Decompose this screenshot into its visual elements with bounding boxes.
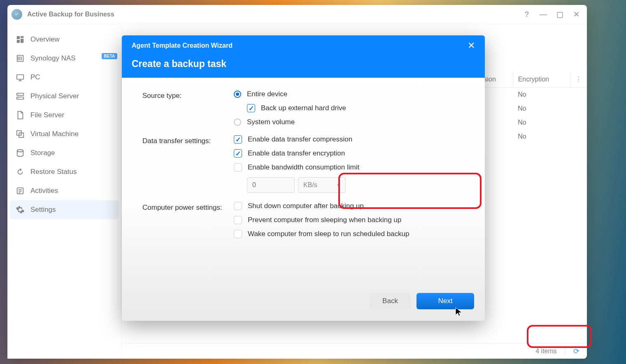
label-source-type: Source type: <box>142 90 234 100</box>
svg-rect-0 <box>17 75 24 79</box>
bandwidth-unit-select: KB/s ▾ <box>298 177 346 193</box>
sidebar-item-label: Settings <box>30 206 56 214</box>
file-server-icon <box>16 111 25 120</box>
checkbox-label: Back up external hard drive <box>261 104 346 112</box>
app-icon <box>12 9 22 20</box>
modal-footer: Back Next <box>122 293 485 321</box>
checkbox-icon[interactable]: ✓ <box>247 104 255 112</box>
back-button[interactable]: Back <box>370 293 411 309</box>
svg-point-7 <box>17 150 23 152</box>
checkbox-prevent-sleep[interactable]: ✓ Prevent computer from sleeping when ba… <box>234 216 468 224</box>
checkbox-label: Prevent computer from sleeping when back… <box>248 216 401 224</box>
sidebar-item-activities[interactable]: Activities <box>10 181 119 200</box>
radio-label: Entire device <box>247 90 287 98</box>
app-window: Active Backup for Business ? — ▢ ✕ Overv… <box>7 5 587 359</box>
title-bar: Active Backup for Business ? — ▢ ✕ <box>7 5 587 24</box>
sidebar-item-label: Virtual Machine <box>30 130 79 138</box>
sidebar-item-label: Storage <box>30 149 55 157</box>
checkbox-shutdown-after[interactable]: ✓ Shut down computer after backing up <box>234 202 468 210</box>
pc-icon <box>16 73 25 82</box>
checkbox-icon[interactable]: ✓ <box>234 163 242 172</box>
checkbox-icon[interactable]: ✓ <box>234 149 242 158</box>
bandwidth-value-input <box>247 177 295 193</box>
sidebar-item-label: Activities <box>30 187 58 195</box>
radio-icon[interactable] <box>234 118 241 126</box>
checkbox-icon[interactable]: ✓ <box>234 230 242 238</box>
select-value: KB/s <box>303 181 317 189</box>
svg-point-3 <box>18 94 19 95</box>
checkbox-compression[interactable]: ✓ Enable data transfer compression <box>234 135 468 144</box>
modal-heading: Create a backup task <box>132 58 475 70</box>
checkbox-wake-from-sleep[interactable]: ✓ Wake computer from sleep to run schedu… <box>234 230 468 238</box>
sidebar-item-settings[interactable]: Settings <box>10 200 119 219</box>
sidebar-item-label: PC <box>30 73 40 81</box>
wizard-modal: Agent Template Creation Wizard ✕ Create … <box>122 35 485 321</box>
checkbox-label: Wake computer from sleep to run schedule… <box>248 230 409 238</box>
modal-body: Source type: Entire device ✓ Back up ext… <box>122 78 485 293</box>
modal-close-icon[interactable]: ✕ <box>468 41 475 50</box>
nas-icon <box>16 54 25 63</box>
gear-icon <box>16 205 25 214</box>
activities-icon <box>16 186 25 195</box>
checkbox-icon[interactable]: ✓ <box>234 135 242 144</box>
svg-rect-1 <box>17 93 24 96</box>
restore-icon <box>16 167 25 176</box>
sidebar-item-label: Restore Status <box>30 168 77 176</box>
checkbox-icon[interactable]: ✓ <box>234 216 242 224</box>
checkbox-label: Enable data transfer compression <box>248 135 352 144</box>
server-icon <box>16 92 25 101</box>
checkbox-icon[interactable]: ✓ <box>234 202 242 210</box>
maximize-button[interactable]: ▢ <box>556 10 564 19</box>
sidebar-item-label: File Server <box>30 111 64 119</box>
sidebar-item-synology-nas[interactable]: Synology NAS BETA <box>10 49 119 68</box>
wizard-title: Agent Template Creation Wizard <box>132 42 233 49</box>
refresh-icon[interactable]: ⟳ <box>573 347 579 356</box>
window-close-button[interactable]: ✕ <box>572 10 580 19</box>
sidebar-item-file-server[interactable]: File Server <box>10 106 119 125</box>
sidebar-item-label: Overview <box>30 35 60 44</box>
storage-icon <box>16 148 25 158</box>
status-bar: 4 items | ⟳ <box>122 343 587 359</box>
sidebar-item-physical-server[interactable]: Physical Server <box>10 87 119 106</box>
svg-point-4 <box>18 98 19 99</box>
minimize-button[interactable]: — <box>539 10 547 19</box>
sidebar-item-pc[interactable]: PC <box>10 68 119 87</box>
chevron-down-icon: ▾ <box>337 181 340 189</box>
sidebar-item-label: Physical Server <box>30 92 79 100</box>
modal-header: Agent Template Creation Wizard ✕ Create … <box>122 35 485 78</box>
checkbox-label: Enable bandwidth consumption limit <box>248 163 359 172</box>
checkbox-backup-external[interactable]: ✓ Back up external hard drive <box>247 104 468 112</box>
checkbox-bandwidth-limit[interactable]: ✓ Enable bandwidth consumption limit <box>234 163 468 172</box>
vm-icon <box>16 130 25 139</box>
checkbox-encryption[interactable]: ✓ Enable data transfer encryption <box>234 149 468 158</box>
help-button[interactable]: ? <box>523 10 531 19</box>
sidebar-item-overview[interactable]: Overview <box>10 30 119 49</box>
dashboard-icon <box>16 35 25 44</box>
radio-system-volume[interactable]: System volume <box>234 118 468 126</box>
label-power-settings: Computer power settings: <box>142 202 234 212</box>
sidebar-item-restore-status[interactable]: Restore Status <box>10 162 119 181</box>
checkbox-label: Enable data transfer encryption <box>248 149 345 158</box>
label-data-transfer: Data transfer settings: <box>142 135 234 145</box>
radio-label: System volume <box>247 118 295 126</box>
beta-badge: BETA <box>102 53 117 59</box>
sidebar-item-virtual-machine[interactable]: Virtual Machine <box>10 125 119 144</box>
col-options-icon[interactable]: ⋮ <box>570 71 587 88</box>
sidebar-item-label: Synology NAS <box>30 54 76 63</box>
sidebar-item-storage[interactable]: Storage <box>10 144 119 162</box>
checkbox-label: Shut down computer after backing up <box>248 202 364 210</box>
svg-rect-2 <box>17 97 24 100</box>
radio-icon[interactable] <box>234 90 241 98</box>
col-encryption[interactable]: Encryption <box>513 71 570 88</box>
app-title: Active Backup for Business <box>27 11 114 18</box>
radio-entire-device[interactable]: Entire device <box>234 90 468 98</box>
sidebar: Overview Synology NAS BETA PC Physical S… <box>7 24 122 359</box>
item-count: 4 items <box>535 348 557 355</box>
next-button[interactable]: Next <box>417 293 474 309</box>
